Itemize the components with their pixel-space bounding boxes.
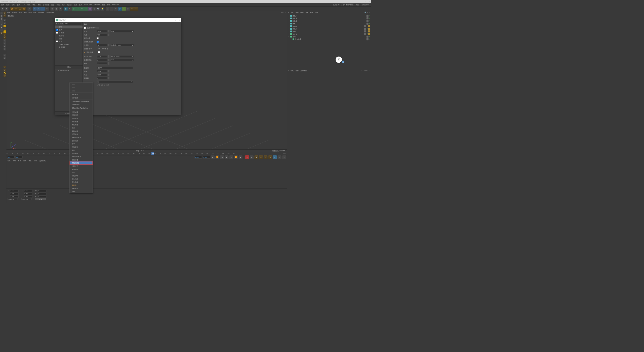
dialog-titlebar[interactable]: 渲染设置 — □ ✕ bbox=[55, 18, 181, 22]
field-dropdown[interactable]: 无 bbox=[97, 80, 133, 83]
view-tab[interactable]: ProRender bbox=[46, 12, 54, 14]
object-row[interactable]: 随机.3✓ bbox=[287, 15, 371, 17]
object-row[interactable]: 简易✓ bbox=[287, 30, 371, 33]
ctx-item-高光[interactable]: 高光 bbox=[70, 190, 93, 193]
object-row[interactable]: 立方体.1✓ bbox=[287, 38, 371, 40]
ctx-item-镜头失真[interactable]: 镜头失真 bbox=[70, 181, 93, 184]
ctx-item-线框渲染器[interactable]: 线框渲染器 bbox=[70, 161, 93, 165]
search-icon[interactable]: 🔍 ⊞ ⊡ bbox=[365, 12, 370, 14]
ime-indicator-icon[interactable] bbox=[336, 57, 342, 63]
endframe-input[interactable] bbox=[97, 74, 107, 76]
maximize-icon[interactable]: □ bbox=[365, 1, 366, 3]
category-checkbox[interactable] bbox=[56, 29, 58, 31]
ctx-item-环境吸收[interactable]: 环境吸收 bbox=[70, 152, 93, 155]
undo-icon[interactable] bbox=[1, 7, 4, 11]
ctx-item-矢量运动模糊[interactable]: 矢量运动模糊 bbox=[70, 155, 93, 158]
settings-category-多通道[interactable]: -多通道 bbox=[55, 31, 83, 34]
dynamic-icon[interactable]: ⊙ bbox=[4, 57, 6, 59]
minimize-icon[interactable]: — bbox=[361, 1, 363, 3]
ctx-item-X-Particles Render Info[interactable]: X-Particles Render Info bbox=[70, 106, 93, 110]
settings-category-材质覆写[interactable]: -材质覆写 bbox=[55, 46, 83, 49]
height-input[interactable] bbox=[97, 34, 107, 36]
goto-start-icon[interactable]: ⏮ bbox=[211, 155, 215, 159]
snap3d-icon[interactable]: ◈ bbox=[4, 22, 6, 24]
quantize-icon[interactable]: ⊡ bbox=[4, 54, 6, 56]
tag-icon[interactable]: ◉ bbox=[126, 7, 130, 11]
framerange-dropdown[interactable]: 当前帧 bbox=[97, 67, 133, 69]
floor-icon[interactable]: ⬚ bbox=[106, 7, 109, 11]
attrmenu-item[interactable]: 模式 bbox=[291, 69, 294, 72]
measure-icon[interactable]: 📏 bbox=[4, 72, 6, 74]
renderer-dropdown[interactable]: 标准 bbox=[64, 23, 82, 25]
width-unit-dropdown[interactable]: 像素 bbox=[110, 30, 134, 32]
object-row[interactable]: 随机.2✓ bbox=[287, 17, 371, 20]
model-mode-icon[interactable]: ▢ bbox=[0, 12, 3, 14]
menu-item[interactable]: 选择 bbox=[17, 4, 20, 6]
size-z-input[interactable] bbox=[24, 195, 32, 198]
prev-frame-icon[interactable]: ◀ bbox=[220, 155, 224, 159]
uv-mode-icon[interactable]: □ bbox=[0, 29, 3, 31]
object-tree[interactable]: 随机.3✓随机.2✓随机.1✓随机✓简易.2✓简易.1✓简易✓立方体✓⊟克隆✓立… bbox=[287, 14, 371, 69]
size-x-input[interactable] bbox=[24, 190, 32, 192]
render-view-icon[interactable]: 🎬 bbox=[50, 7, 54, 11]
point-mode-icon[interactable]: ⋮ bbox=[0, 20, 3, 23]
category-checkbox[interactable] bbox=[56, 40, 58, 42]
objmenu-item[interactable]: 编辑 bbox=[296, 12, 299, 14]
viewport-options-icon[interactable]: ⊞ ⊡ ⊟ bbox=[281, 12, 286, 14]
ctx-item-水印[interactable]: 水印 bbox=[70, 142, 93, 146]
menu-item[interactable]: 创建 bbox=[12, 4, 15, 6]
ctx-item-景深[interactable]: 景深 bbox=[70, 126, 93, 129]
ctx-item-X-Particles[interactable]: X-Particles bbox=[70, 103, 93, 107]
pos-x-input[interactable] bbox=[10, 190, 19, 192]
menu-item[interactable]: 动画 bbox=[57, 4, 60, 6]
array-icon[interactable]: ⊞ bbox=[80, 7, 84, 11]
y-axis-icon[interactable]: Y bbox=[37, 7, 41, 11]
object-mode-icon[interactable]: ◧ bbox=[0, 15, 3, 17]
snap-guide-icon[interactable]: │ bbox=[4, 48, 6, 50]
preset-checkbox[interactable] bbox=[84, 27, 86, 29]
subdivision-icon[interactable]: ◈ bbox=[76, 7, 80, 11]
menu-item[interactable]: 运动图形 bbox=[43, 4, 49, 6]
filmratio-input[interactable] bbox=[97, 55, 107, 58]
mat-menu-item[interactable]: 选择 bbox=[23, 160, 26, 162]
mat-menu-item[interactable]: 编辑 bbox=[13, 160, 16, 162]
key-pla-icon[interactable]: ⊡ bbox=[278, 155, 281, 159]
light-icon[interactable]: 💡 bbox=[100, 7, 104, 11]
s-icon[interactable]: S bbox=[4, 25, 6, 27]
ctx-item-降噪器[interactable]: 降噪器 bbox=[70, 184, 93, 187]
lockratio-checkbox[interactable] bbox=[97, 37, 98, 39]
magnet-icon[interactable]: ⊃ bbox=[4, 69, 6, 71]
menu-item[interactable]: 渲染 bbox=[74, 4, 77, 6]
object-row[interactable]: 立方体✓ bbox=[287, 33, 371, 35]
coord-system-icon[interactable]: ⊕ bbox=[45, 7, 49, 11]
ctx-item-TurbulenceFD Renderer[interactable]: TurbulenceFD Renderer bbox=[70, 100, 93, 103]
ctx-item-辉光[interactable]: 辉光 bbox=[70, 171, 93, 174]
dialog-close-icon[interactable]: ✕ bbox=[179, 19, 180, 21]
menu-item[interactable]: 扩展 bbox=[79, 4, 82, 6]
menu-item[interactable]: RealFlow bbox=[112, 4, 119, 6]
null-icon[interactable]: ⊘ bbox=[114, 7, 118, 11]
menu-item[interactable]: 体积 bbox=[38, 4, 41, 6]
datarate-checkbox[interactable] bbox=[97, 41, 98, 42]
menu-item[interactable]: INSYDIUM bbox=[84, 4, 92, 6]
key-pos-icon[interactable]: ↔ bbox=[259, 155, 263, 159]
frame-current-input[interactable] bbox=[15, 156, 23, 158]
info-icon[interactable]: ⓘ bbox=[4, 74, 6, 77]
ctx-item-色调映射[interactable]: 色调映射 bbox=[70, 168, 93, 171]
ctx-item-颜色映射[interactable]: 颜色映射 bbox=[70, 187, 93, 190]
rotate-tool-icon[interactable] bbox=[22, 7, 26, 11]
ctx-item-保存预置...[interactable]: 保存预置... bbox=[70, 96, 93, 99]
objmenu-item[interactable]: 标签 bbox=[310, 12, 313, 14]
frame-end-input[interactable] bbox=[195, 156, 202, 158]
s2-icon[interactable]: S bbox=[4, 30, 6, 33]
center-icon[interactable]: ✦ bbox=[134, 7, 138, 11]
my-render-settings[interactable]: ⊟我的渲染设置 bbox=[55, 69, 83, 72]
ctx-item-外部效果[interactable]: 外部效果 bbox=[70, 117, 93, 120]
ctx-item-法线通道[interactable]: 法线通道 bbox=[70, 145, 93, 149]
key-param-icon[interactable]: P bbox=[273, 155, 277, 159]
camera-icon[interactable]: 📷 bbox=[96, 7, 100, 11]
menu-item[interactable]: 角色 bbox=[51, 4, 55, 6]
keyframe-icon[interactable]: ◆ bbox=[254, 155, 258, 159]
snap-axis-icon[interactable]: + bbox=[4, 42, 6, 45]
filmratio-preset-dropdown[interactable]: HDTV (16:9) bbox=[110, 55, 134, 58]
